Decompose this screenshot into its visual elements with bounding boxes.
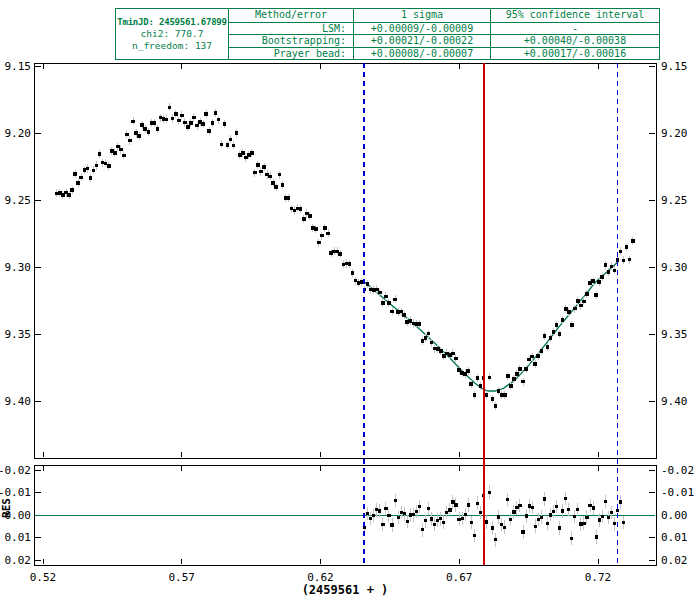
residual-point [595, 535, 598, 538]
data-point [207, 129, 211, 133]
data-point [561, 318, 565, 322]
residual-point [461, 517, 464, 520]
data-point [552, 330, 556, 334]
data-point [98, 152, 102, 156]
light-curve-plot: 0.520.570.620.670.729.159.159.209.209.25… [0, 0, 700, 600]
mag-tick-label-right: 9.25 [661, 194, 688, 207]
res-tick-label-right: 0.00 [661, 509, 688, 522]
data-point [110, 149, 114, 153]
data-point [451, 352, 455, 356]
data-point [555, 323, 559, 327]
residual-point [479, 511, 482, 514]
data-point [405, 320, 409, 324]
data-point [314, 227, 318, 231]
data-point [223, 122, 227, 126]
residual-point [415, 510, 418, 513]
residual-point [390, 523, 393, 526]
residual-point [375, 508, 378, 511]
data-point [479, 384, 483, 388]
residual-point [598, 518, 601, 521]
residual-point [372, 514, 375, 517]
data-point [631, 239, 635, 243]
data-point [153, 121, 157, 125]
data-point [622, 259, 626, 263]
residual-point [512, 510, 515, 513]
residual-point [515, 506, 518, 509]
mag-tick-label-left: 9.25 [5, 194, 32, 207]
data-point [76, 181, 80, 185]
data-point [424, 336, 428, 340]
mag-tick-label-right: 9.40 [661, 395, 688, 408]
data-point [378, 291, 382, 295]
data-point [274, 185, 278, 189]
data-point [107, 164, 111, 168]
data-point [491, 397, 495, 401]
data-point [89, 176, 93, 180]
residual-point [585, 516, 588, 519]
data-point [293, 209, 297, 213]
data-point [427, 332, 431, 336]
data-point [497, 389, 501, 393]
residual-point [506, 498, 509, 501]
data-point [113, 151, 117, 155]
data-point [412, 322, 416, 326]
residual-point [497, 515, 500, 518]
data-point [351, 271, 355, 275]
data-point [604, 263, 608, 267]
data-point [354, 279, 358, 283]
residual-point [540, 516, 543, 519]
residual-point [424, 519, 427, 522]
residual-point [400, 511, 403, 514]
data-point [204, 112, 208, 116]
data-point [546, 345, 550, 349]
data-point [326, 232, 330, 236]
residual-point [433, 523, 436, 526]
data-point [122, 154, 126, 158]
data-point [186, 125, 190, 129]
residual-point [494, 538, 497, 541]
residual-point [552, 510, 555, 513]
residual-point [409, 513, 412, 516]
data-point [189, 121, 193, 125]
data-point [543, 334, 547, 338]
data-point [150, 121, 154, 125]
data-point [506, 374, 510, 378]
residual-point [610, 511, 613, 514]
data-point [582, 300, 586, 304]
data-point [183, 121, 187, 125]
residual-point [531, 506, 534, 509]
data-point [140, 123, 144, 127]
residual-point [406, 520, 409, 523]
data-point [530, 355, 534, 359]
data-point [521, 380, 525, 384]
data-point [287, 196, 291, 200]
mag-tick-label-right: 9.35 [661, 328, 688, 341]
data-point [308, 214, 312, 218]
data-point [381, 301, 385, 305]
res-tick-label-left: -0.02 [0, 464, 31, 477]
data-point [92, 169, 96, 173]
x-tick-label: 0.72 [585, 571, 612, 584]
residual-point [403, 512, 406, 515]
residual-point [445, 511, 448, 514]
residual-point [576, 508, 579, 511]
data-point [220, 143, 224, 147]
data-point [613, 269, 617, 273]
data-point [177, 119, 181, 123]
residual-point [518, 504, 521, 507]
residual-point [473, 534, 476, 537]
data-point [79, 176, 83, 180]
data-point [156, 127, 160, 131]
data-point [533, 362, 537, 366]
data-point [73, 172, 77, 176]
data-point [232, 144, 236, 148]
data-point [58, 191, 62, 195]
data-point [165, 118, 169, 122]
x-tick-label: 0.57 [169, 571, 196, 584]
data-point [576, 299, 580, 303]
residual-point [579, 522, 582, 525]
residual-point [488, 491, 491, 494]
res-tick-label-left: -0.01 [0, 486, 31, 499]
data-point [372, 288, 376, 292]
residual-point [567, 508, 570, 511]
